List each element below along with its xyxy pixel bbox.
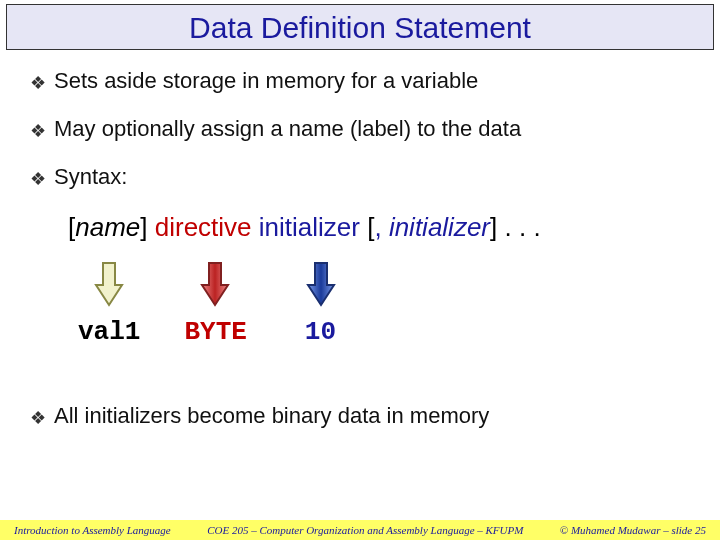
bullet-item: ❖ May optionally assign a name (label) t… bbox=[30, 116, 690, 142]
bullet-text: Syntax: bbox=[54, 164, 127, 190]
syntax-directive: directive bbox=[155, 212, 252, 242]
bullet-text: All initializers become binary data in m… bbox=[54, 403, 489, 429]
example-value: 10 bbox=[305, 317, 336, 347]
down-arrow-icon bbox=[94, 261, 124, 307]
diamond-bullet-icon: ❖ bbox=[30, 405, 46, 431]
bullet-item: ❖ Syntax: bbox=[30, 164, 690, 190]
syntax-bracket: [ bbox=[360, 212, 374, 242]
arrow-row bbox=[94, 261, 690, 307]
down-arrow-icon bbox=[200, 261, 230, 307]
arrow-shape bbox=[308, 263, 334, 305]
content-area: ❖ Sets aside storage in memory for a var… bbox=[0, 50, 720, 429]
example-directive: BYTE bbox=[184, 317, 246, 347]
diamond-bullet-icon: ❖ bbox=[30, 166, 46, 192]
syntax-definition: [name] directive initializer [, initiali… bbox=[68, 212, 690, 243]
diamond-bullet-icon: ❖ bbox=[30, 70, 46, 96]
syntax-bracket: ] bbox=[140, 212, 147, 242]
syntax-dots: . . . bbox=[497, 212, 540, 242]
down-arrow-icon bbox=[306, 261, 336, 307]
footer-center: COE 205 – Computer Organization and Asse… bbox=[207, 524, 523, 536]
example-label: val1 bbox=[78, 317, 140, 347]
diamond-bullet-icon: ❖ bbox=[30, 118, 46, 144]
syntax-initializer: initializer bbox=[389, 212, 490, 242]
title-bar: Data Definition Statement bbox=[6, 4, 714, 50]
bullet-item: ❖ Sets aside storage in memory for a var… bbox=[30, 68, 690, 94]
syntax-initializer: initializer bbox=[259, 212, 360, 242]
syntax-space bbox=[148, 212, 155, 242]
footer-bar: Introduction to Assembly Language COE 20… bbox=[0, 520, 720, 540]
bullet-text: Sets aside storage in memory for a varia… bbox=[54, 68, 478, 94]
syntax-space bbox=[252, 212, 259, 242]
syntax-comma: , bbox=[374, 212, 388, 242]
example-code: val1BYTE10 bbox=[78, 317, 690, 347]
bullet-text: May optionally assign a name (label) to … bbox=[54, 116, 521, 142]
syntax-name: name bbox=[75, 212, 140, 242]
footer-left: Introduction to Assembly Language bbox=[14, 524, 171, 536]
slide-title: Data Definition Statement bbox=[189, 11, 531, 44]
footer-right: © Muhamed Mudawar – slide 25 bbox=[560, 524, 706, 536]
arrow-shape bbox=[202, 263, 228, 305]
bullet-item: ❖ All initializers become binary data in… bbox=[30, 403, 690, 429]
